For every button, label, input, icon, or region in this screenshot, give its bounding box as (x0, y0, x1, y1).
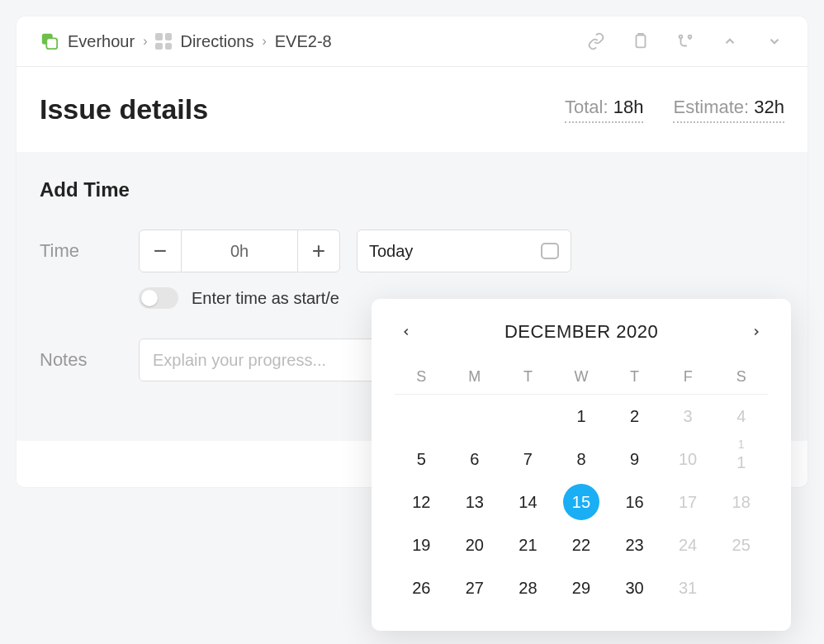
chevron-up-icon[interactable] (720, 31, 740, 51)
notes-label: Notes (40, 349, 139, 371)
calendar-day[interactable]: 24 (661, 523, 715, 566)
calendar-day (395, 395, 448, 438)
calendar-day[interactable]: 7 (501, 438, 555, 481)
project-grid-icon (155, 33, 172, 50)
date-text: Today (369, 242, 413, 261)
calendar-day[interactable]: 8 (555, 438, 609, 481)
calendar-day[interactable]: 10 (661, 438, 715, 481)
add-time-heading: Add Time (40, 178, 784, 201)
calendar-day (448, 395, 502, 438)
breadcrumb-separator-icon: › (262, 34, 266, 49)
link-icon[interactable] (586, 31, 606, 51)
start-end-toggle[interactable] (139, 287, 178, 309)
calendar-day[interactable]: 17 (661, 481, 715, 523)
calendar-day (714, 566, 768, 609)
merge-icon[interactable] (675, 31, 695, 51)
calendar-day (501, 395, 555, 438)
date-picker-field[interactable]: Today (357, 230, 571, 272)
calendar-dow: S (395, 360, 448, 395)
calendar-popover: DECEMBER 2020 SMTWTFS1234567891011121314… (372, 299, 791, 631)
time-input[interactable] (182, 230, 297, 272)
svg-point-3 (680, 36, 683, 39)
everhour-logo-icon (40, 31, 59, 51)
toggle-label: Enter time as start/e (192, 289, 339, 308)
total-label: Total: (565, 97, 609, 117)
breadcrumb-issue[interactable]: EVE2-8 (275, 32, 332, 51)
calendar-day[interactable]: 26 (395, 566, 448, 609)
calendar-day[interactable]: 1 (555, 395, 609, 438)
calendar-day[interactable]: 20 (448, 523, 502, 566)
calendar-icon (541, 243, 559, 259)
prev-month-button[interactable] (395, 320, 418, 343)
svg-rect-2 (637, 36, 646, 48)
calendar-day[interactable]: 16 (608, 481, 661, 523)
toggle-knob (141, 290, 158, 306)
calendar-day[interactable]: 15 (563, 484, 599, 520)
svg-point-4 (689, 36, 692, 39)
decrement-button[interactable]: − (139, 230, 182, 272)
calendar-day[interactable]: 28 (501, 566, 555, 609)
calendar-day[interactable]: 12 (395, 481, 448, 523)
calendar-day[interactable]: 4 (714, 395, 768, 438)
calendar-grid: SMTWTFS123456789101112131415161718192021… (395, 360, 768, 609)
calendar-day[interactable]: 5 (395, 438, 448, 481)
breadcrumb: Everhour › Directions › EVE2-8 (40, 31, 332, 51)
svg-rect-1 (46, 38, 57, 49)
calendar-day[interactable]: 14 (501, 481, 555, 523)
estimate-value: 32h (754, 97, 784, 117)
time-row: Time − + Today (40, 230, 784, 272)
calendar-dow: F (661, 360, 715, 395)
calendar-dow: T (608, 360, 661, 395)
calendar-day[interactable]: 19 (395, 523, 448, 566)
calendar-dow: T (501, 360, 555, 395)
calendar-dow: W (555, 360, 609, 395)
toolbar-icons (586, 31, 784, 51)
calendar-day[interactable]: 29 (555, 566, 609, 609)
calendar-dow: S (714, 360, 768, 395)
calendar-day[interactable]: 21 (501, 523, 555, 566)
chevron-down-icon[interactable] (765, 31, 784, 51)
time-stepper: − + (139, 230, 340, 272)
breadcrumb-root[interactable]: Everhour (68, 32, 135, 51)
topbar: Everhour › Directions › EVE2-8 (17, 17, 807, 67)
clipboard-icon[interactable] (631, 31, 651, 51)
time-label: Time (40, 240, 139, 262)
calendar-header: DECEMBER 2020 (395, 320, 768, 343)
calendar-day[interactable]: 22 (555, 523, 609, 566)
calendar-month-title: DECEMBER 2020 (504, 321, 658, 343)
breadcrumb-separator-icon: › (143, 34, 147, 49)
estimate-label: Estimate: (673, 97, 749, 117)
stats: Total: 18h Estimate: 32h (565, 97, 784, 123)
calendar-day[interactable]: 11 (714, 438, 768, 481)
breadcrumb-project[interactable]: Directions (180, 32, 253, 51)
page-title: Issue details (40, 93, 208, 125)
heading-row: Issue details Total: 18h Estimate: 32h (17, 67, 807, 152)
estimate-stat[interactable]: Estimate: 32h (673, 97, 784, 123)
calendar-day[interactable]: 2 (608, 395, 661, 438)
total-value: 18h (613, 97, 644, 117)
calendar-day[interactable]: 13 (448, 481, 502, 523)
calendar-day[interactable]: 9 (608, 438, 661, 481)
calendar-day[interactable]: 3 (661, 395, 715, 438)
calendar-day[interactable]: 27 (448, 566, 502, 609)
calendar-day[interactable]: 18 (714, 481, 768, 523)
calendar-day[interactable]: 31 (661, 566, 715, 609)
next-month-button[interactable] (745, 320, 768, 343)
calendar-day[interactable]: 25 (714, 523, 768, 566)
calendar-day[interactable]: 30 (608, 566, 661, 609)
increment-button[interactable]: + (297, 230, 340, 272)
total-stat[interactable]: Total: 18h (565, 97, 643, 123)
calendar-day[interactable]: 23 (608, 523, 661, 566)
calendar-dow: M (448, 360, 502, 395)
calendar-day[interactable]: 6 (448, 438, 502, 481)
